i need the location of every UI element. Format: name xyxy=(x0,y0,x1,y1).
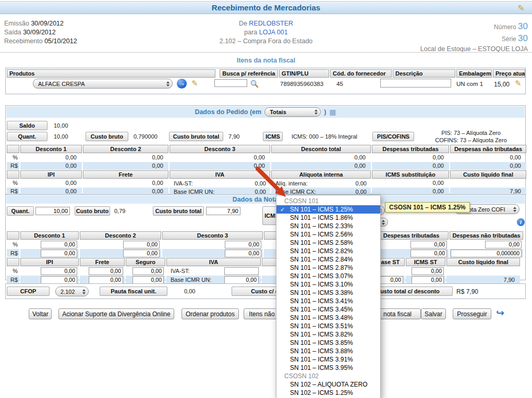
nota-custo-bruto-label: Custo bruto xyxy=(75,206,110,216)
menu-item[interactable]: SN 101 – ICMS 3.51% xyxy=(276,322,380,330)
menu-group-label: CSOSN 102 xyxy=(276,372,380,380)
edit-grid-icon[interactable]: ▦ xyxy=(329,108,336,116)
menu-item[interactable]: SN 101 – ICMS 3.48% xyxy=(276,314,380,322)
desconto2-pct-input[interactable] xyxy=(123,241,160,248)
saldo-label: Saldo xyxy=(7,121,47,130)
descricao-input[interactable] xyxy=(380,79,451,88)
despesas-nao-trib-pct-input[interactable] xyxy=(485,241,522,248)
desconto3-pct-input[interactable] xyxy=(225,241,261,248)
ipi-rs-input[interactable] xyxy=(41,276,77,284)
menu-item[interactable]: SN 101 – ICMS 3.45% xyxy=(276,305,380,314)
order-data-title-bar: Dados do Pedido (em Totais ) ▦ xyxy=(6,106,525,118)
select-stepper-icon xyxy=(79,288,86,296)
order-discount-pct-row: % 0,00 0,00 0,00 0,00 0,00 0,00 xyxy=(7,154,526,161)
pauta-fiscal-label: Pauta fiscal unit. xyxy=(100,287,167,296)
salvar-button[interactable]: Salvar xyxy=(421,308,446,319)
csosn-dropdown-menu: CSOSN 101 ✓SN 101 – ICMS 1.25% SN 101 – … xyxy=(276,195,381,398)
store-link[interactable]: LOJA 001 xyxy=(259,29,288,36)
serie-value: 30 xyxy=(518,33,528,43)
nota-custo-bruto-total-input[interactable] xyxy=(206,207,240,215)
embalagem-value: UN com 1 xyxy=(456,81,483,87)
iva-st-input[interactable] xyxy=(224,267,259,275)
despesas-trib-pct-input[interactable] xyxy=(410,241,447,248)
voltar-button[interactable]: Voltar xyxy=(29,308,52,319)
cfop-select[interactable]: 2.102 xyxy=(55,287,89,296)
product-select[interactable]: ALFACE CRESPA xyxy=(33,79,173,89)
reference-search-input[interactable] xyxy=(214,79,247,87)
go-to-product-icon[interactable]: → xyxy=(177,79,187,89)
base-icmr-un-input[interactable] xyxy=(224,276,259,284)
gtin-value: 7898935960383 xyxy=(280,81,323,87)
menu-item[interactable]: SN 101 – ICMS 2.87% xyxy=(276,264,380,272)
desconto1-pct-input[interactable] xyxy=(41,241,77,248)
icms-st-rs-input[interactable] xyxy=(412,276,444,284)
menu-item[interactable]: SN 101 – ICMS 3.07% xyxy=(276,272,380,280)
embalagem-header: Embalagem xyxy=(456,69,492,78)
menu-item[interactable]: SN 101 – ICMS 3.10% xyxy=(276,280,380,289)
order-tax-pct-row: % 0,00 0,00 IVA-ST:0,00 Alíq. interna:0,… xyxy=(7,179,526,187)
edit-product-icon[interactable]: ✎ xyxy=(191,79,198,87)
icms-button[interactable]: ICMS xyxy=(263,132,283,141)
menu-item[interactable]: SN 101 – ICMS 1.86% xyxy=(276,214,380,222)
invoice-tax-pct-row: % IVA-ST: xyxy=(7,267,520,275)
invoice-tax-rs-row: R$ Base ICMR UN: 7,90 xyxy=(7,276,520,284)
menu-item[interactable]: SN 101 – ICMS 2.82% xyxy=(276,247,380,255)
saldo-value: 10,00 xyxy=(54,122,68,129)
cfop-value: 2.102 xyxy=(61,289,75,295)
iva-st-label: IVA-ST: xyxy=(174,180,192,186)
menu-item[interactable]: SN 102 – ALIQUOTA ZERO xyxy=(276,380,380,389)
menu-item[interactable]: SN 101 – ICMS 2.84% xyxy=(276,255,380,264)
pedido-heading-prefix: Dados do Pedido (em xyxy=(195,108,261,116)
preco-atual-value: 15,00 xyxy=(494,81,510,88)
preco-header: Preço atual xyxy=(493,69,525,78)
edit-header-icon[interactable]: ✎ xyxy=(518,4,525,12)
edit-price-icon[interactable]: ✎ xyxy=(515,79,522,87)
menu-item[interactable]: SN 101 – ICMS 3.82% xyxy=(276,330,380,339)
seguro-rs-input[interactable] xyxy=(132,276,164,284)
redo-icon[interactable]: ↪ xyxy=(496,307,504,319)
icms-info: ICMS: 000 – 18% Integral xyxy=(292,133,357,140)
info-icon[interactable]: i xyxy=(517,218,525,226)
pis-info: PIS: 73 – Alíquota Zero xyxy=(416,129,526,136)
menu-item[interactable]: SN 101 – ICMS 3.41% xyxy=(276,297,380,305)
menu-item[interactable]: SN 102 – ICMS 1.25% xyxy=(276,389,380,397)
menu-item[interactable]: SN 101 – ICMS 3.91% xyxy=(276,355,380,364)
menu-item[interactable]: SN 101 – ICMS 3.85% xyxy=(276,339,380,347)
nota-fiscal-button[interactable]: nota fiscal xyxy=(374,308,421,319)
piscofins-button[interactable]: PIS/COFINS xyxy=(372,132,414,141)
produtos-header: Produtos xyxy=(7,69,215,78)
icms-st-pct-input[interactable] xyxy=(412,267,444,275)
suporte-divergencia-button[interactable]: Acionar Suporte da Divergência Online xyxy=(58,308,174,319)
seguro-pct-input[interactable] xyxy=(132,267,164,275)
frete-rs-input[interactable] xyxy=(89,276,123,284)
nota-quant-input[interactable] xyxy=(35,207,70,215)
cofins-info: COFINS: 73 – Alíquota Zero xyxy=(416,136,526,144)
header-divider xyxy=(0,52,532,53)
menu-item[interactable]: SN 101 – ICMS 2.56% xyxy=(276,230,380,239)
nota-iva-st-label: IVA-ST: xyxy=(171,268,189,274)
descricao-header: Descrição xyxy=(393,69,455,78)
despesas-nao-trib-rs-input[interactable] xyxy=(451,250,522,257)
custo-total-desconto-value: R$ 7,90 xyxy=(456,288,478,295)
supplier-link[interactable]: REDLOBSTER xyxy=(249,20,293,27)
frete-pct-input[interactable] xyxy=(89,267,123,275)
itens-nao-button[interactable]: Itens não xyxy=(244,308,280,319)
menu-item[interactable]: SN 101 – ICMS 2.33% xyxy=(276,222,380,230)
itens-heading: Itens da nota fiscal xyxy=(0,57,532,64)
unit-mode-select[interactable]: Totais xyxy=(264,107,321,117)
prosseguir-button[interactable]: Prosseguir xyxy=(453,308,491,319)
product-select-value: ALFACE CRESPA xyxy=(38,81,85,87)
menu-item-selected[interactable]: ✓SN 101 – ICMS 1.25% xyxy=(276,205,380,214)
desconto2-rs-input[interactable] xyxy=(123,250,160,257)
despesas-trib-rs-input[interactable] xyxy=(410,250,447,257)
menu-item[interactable]: SN 101 – ICMS 3.88% xyxy=(276,347,380,355)
desconto1-rs-input[interactable] xyxy=(41,250,77,257)
search-icon[interactable] xyxy=(250,79,259,88)
ipi-pct-input[interactable] xyxy=(41,267,77,275)
menu-item[interactable]: SN 101 – ICMS 3.95% xyxy=(276,364,380,372)
menu-item[interactable]: SN 101 – ICMS 2.58% xyxy=(276,239,380,247)
menu-item[interactable]: SN 101 – ICMS 3.38% xyxy=(276,289,380,297)
invoice-discount-header-row: Desconto 1 Desconto 2 Desconto 3 Despesa… xyxy=(7,231,523,240)
ordenar-produtos-button[interactable]: Ordenar produtos xyxy=(182,308,239,319)
desconto3-rs-input[interactable] xyxy=(225,250,261,257)
